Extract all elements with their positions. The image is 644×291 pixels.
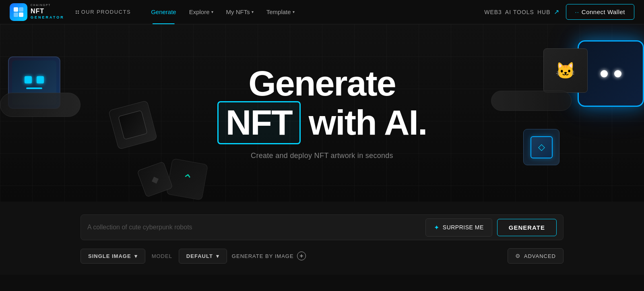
plus-circle-icon [297, 252, 306, 260]
nav-right-links: WEB3 AI TOOLS HUB ↗ [484, 8, 559, 16]
single-image-label: SINGLE IMAGE [88, 253, 131, 259]
ai-tools-link[interactable]: AI TOOLS [505, 9, 534, 15]
advanced-label: ADVANCED [524, 253, 556, 259]
hero-section: + + ⌃ [0, 24, 644, 202]
nft-robot-right [578, 40, 644, 107]
nft-character-left [8, 56, 60, 109]
svg-rect-0 [14, 7, 18, 12]
navbar-left: CHAINGPT NFT GENERATOR OUR PRODUCTS Gene… [10, 3, 300, 21]
robot-arm-right [491, 89, 580, 113]
prompt-input[interactable] [87, 224, 421, 231]
prompt-input-bar: ✦ SURPRISE ME GENERATE [80, 214, 564, 240]
logo[interactable]: CHAINGPT NFT GENERATOR [10, 3, 64, 21]
logo-icon [10, 3, 27, 21]
default-label: DEFAULT [186, 253, 213, 259]
hero-title-generate: Generate [217, 66, 427, 101]
navbar: CHAINGPT NFT GENERATOR OUR PRODUCTS Gene… [0, 0, 644, 24]
chevron-down-icon: ▾ [252, 10, 254, 14]
external-link-icon: ↗ [554, 8, 559, 16]
svg-rect-2 [14, 12, 18, 17]
hero-content: Generate NFT with AI. Create and deploy … [217, 66, 427, 160]
our-products-label: OUR PRODUCTS [81, 9, 131, 15]
floating-cube-3: ◆ [137, 161, 173, 197]
web3-link[interactable]: WEB3 [484, 9, 502, 15]
svg-rect-3 [19, 12, 23, 17]
hub-link[interactable]: HUB [537, 9, 551, 15]
surprise-me-label: SURPRISE ME [443, 224, 484, 231]
advanced-button[interactable]: ⚙ ADVANCED [508, 248, 564, 264]
nft-card-nyan: 🐱 [543, 48, 588, 93]
svg-rect-1 [19, 7, 23, 12]
robot-arm-left [0, 89, 89, 121]
chevron-down-icon: ▾ [211, 10, 213, 14]
toolbar: SINGLE IMAGE ▾ MODEL DEFAULT ▾ GENERATE … [80, 248, 564, 264]
default-model-button[interactable]: DEFAULT ▾ [179, 249, 227, 264]
hero-title-with-ai: with AI. [309, 103, 427, 142]
nav-link-explore[interactable]: Explore ▾ [184, 5, 219, 19]
hero-title-nft: NFT with AI. [217, 101, 427, 144]
nav-link-mynfts[interactable]: My NFTs ▾ [221, 5, 259, 19]
logo-text: CHAINGPT NFT GENERATOR [31, 4, 64, 20]
nav-links: Generate Explore ▾ My NFTs ▾ Template ▾ [145, 5, 300, 19]
surprise-me-button[interactable]: ✦ SURPRISE ME [425, 218, 492, 237]
single-image-button[interactable]: SINGLE IMAGE ▾ [80, 249, 145, 264]
chevron-down-icon: ▾ [134, 253, 138, 259]
nft-highlighted-label: NFT [217, 101, 301, 144]
nav-link-generate[interactable]: Generate [145, 5, 182, 19]
navbar-right: WEB3 AI TOOLS HUB ↗ ·· Connect Wallet [484, 4, 634, 20]
gear-icon: ⚙ [515, 253, 521, 259]
our-products-button[interactable]: OUR PRODUCTS [74, 9, 132, 15]
generate-by-image-label: GENERATE BY IMAGE [232, 253, 294, 259]
floating-cube-2: ⌃ [166, 158, 208, 200]
nav-link-template[interactable]: Template ▾ [261, 5, 300, 19]
model-label: MODEL [150, 253, 174, 259]
generate-section: ✦ SURPRISE ME GENERATE SINGLE IMAGE ▾ MO… [0, 202, 644, 275]
hero-subtitle: Create and deploy NFT artwork in seconds [217, 152, 427, 160]
star-icon: ✦ [434, 224, 440, 231]
mini-robot-right: ◇ [523, 129, 559, 165]
generate-by-image-button[interactable]: GENERATE BY IMAGE [232, 252, 306, 260]
chevron-down-icon: ▾ [216, 253, 219, 259]
generate-button[interactable]: GENERATE [497, 219, 557, 236]
floating-cube-1 [108, 100, 157, 150]
connect-wallet-button[interactable]: ·· Connect Wallet [566, 4, 635, 20]
grid-dots-icon [76, 10, 79, 14]
wallet-dots-icon: ·· [575, 8, 579, 15]
chevron-down-icon: ▾ [293, 10, 295, 14]
